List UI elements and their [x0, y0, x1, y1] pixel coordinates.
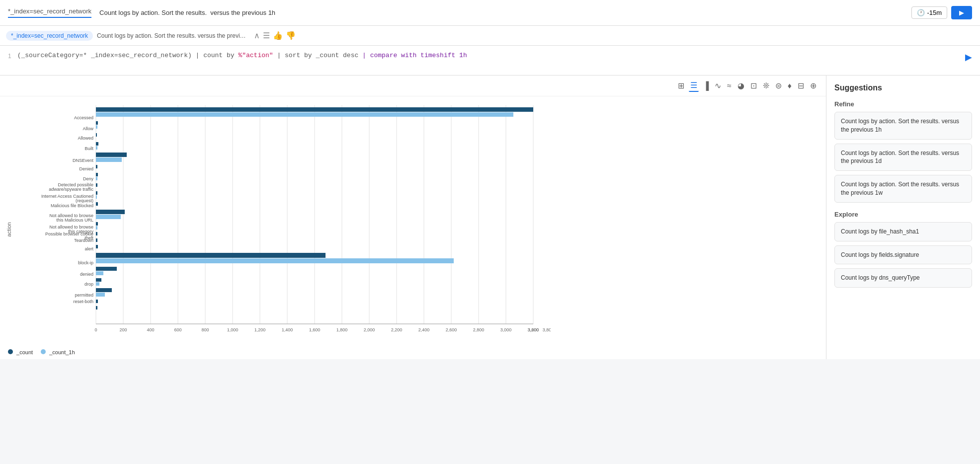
pivot-icon[interactable]: ⊟: [796, 80, 806, 91]
refine-section: Refine Count logs by action. Sort the re…: [834, 100, 972, 203]
tab-label: Count logs by action. Sort the results. …: [97, 32, 246, 39]
table-icon[interactable]: ☰: [263, 31, 270, 40]
tab-chip[interactable]: *_index=sec_record_network: [6, 31, 93, 41]
bar-notallowed1-count1h: [96, 226, 97, 230]
thumbup-icon[interactable]: 👍: [273, 31, 283, 40]
suggestions-panel: Suggestions Refine Count logs by action.…: [826, 76, 980, 359]
heatmap-icon[interactable]: ⊜: [774, 80, 783, 91]
top-bar-right: 🕐 -15m ▶: [911, 6, 972, 19]
bar-internet-count: [96, 202, 98, 206]
svg-text:3,600: 3,600: [528, 327, 539, 332]
bar-blockip-count1h: [96, 271, 103, 275]
bar-permitted-count: [96, 300, 98, 303]
svg-text:1,400: 1,400: [282, 327, 293, 332]
bar-allowed-count: [96, 142, 98, 146]
svg-text:Denied: Denied: [79, 166, 93, 171]
suggestion-card-explore-1[interactable]: Count logs by file_hash_sha1: [834, 222, 972, 241]
query-pipe2: | sort by _count desc: [277, 52, 358, 59]
time-button[interactable]: 🕐 -15m: [911, 6, 947, 19]
svg-text:reset-both: reset-both: [73, 299, 93, 304]
pie-icon[interactable]: ◕: [736, 80, 746, 91]
tab-item[interactable]: *_index=sec_record_network: [8, 7, 91, 18]
suggestion-card-refine-2[interactable]: Count logs by action. Sort the results. …: [834, 144, 972, 171]
svg-text:1,000: 1,000: [227, 327, 239, 332]
legend-count-label: _count: [16, 349, 33, 355]
svg-text:adware/spyware traffic: adware/spyware traffic: [49, 187, 93, 192]
bar-detected-count: [96, 191, 97, 195]
explore-section: Explore Count logs by file_hash_sha1 Cou…: [834, 211, 972, 288]
scatter-icon[interactable]: ⊡: [749, 80, 758, 91]
bar-notallowed1-count: [96, 222, 98, 226]
svg-text:600: 600: [174, 327, 181, 332]
svg-text:1,800: 1,800: [336, 327, 348, 332]
bar-resetboth-count: [96, 306, 97, 309]
bar-accessed-count: [96, 121, 98, 125]
expand-icon[interactable]: ∧: [254, 31, 260, 40]
bar-built-count: [96, 153, 127, 157]
explore-section-title: Explore: [834, 211, 972, 218]
svg-text:Allow: Allow: [82, 126, 93, 131]
bar-deny-count: [96, 183, 97, 187]
map-icon[interactable]: ♦: [786, 80, 793, 91]
bar-malicious-count: [96, 210, 125, 214]
bubble-icon[interactable]: ❊: [761, 80, 771, 91]
query-code[interactable]: (_sourceCategory=* _index=sec_record_net…: [17, 52, 959, 59]
query-input[interactable]: [99, 9, 903, 16]
time-label: -15m: [927, 9, 942, 16]
bar-malicious-count1h: [96, 215, 121, 219]
bar-allow-count: [96, 133, 97, 137]
table-tool-icon[interactable]: ⊞: [676, 80, 686, 91]
bar-row-0-count1h: [96, 112, 513, 117]
svg-text:denied: denied: [80, 272, 93, 277]
suggestion-card-explore-2[interactable]: Count logs by fields.signature: [834, 245, 972, 265]
bar-chart-icon[interactable]: ☰: [689, 79, 699, 92]
svg-text:Teardown: Teardown: [74, 238, 93, 243]
bar-cookie-count: [96, 238, 97, 242]
svg-text:drop: drop: [84, 282, 93, 287]
svg-text:3,000: 3,000: [500, 327, 512, 332]
svg-text:2,200: 2,200: [391, 327, 403, 332]
suggestions-title: Suggestions: [834, 83, 972, 92]
suggestion-card-refine-1[interactable]: Count logs by action. Sort the results. …: [834, 112, 972, 140]
chart-wrapper: action: [0, 96, 826, 345]
tab-icons: ∧ ☰ 👍 👎: [254, 31, 296, 40]
run-button[interactable]: ▶: [951, 6, 972, 19]
svg-text:800: 800: [201, 327, 209, 332]
legend-count1h-dot: [41, 349, 46, 354]
svg-text:0: 0: [94, 327, 97, 332]
chart-toolbar: ⊞ ☰ ▐ ∿ ≈ ◕ ⊡ ❊ ⊜ ♦ ⊟ ⊕: [0, 76, 826, 96]
bar-drop-count: [96, 288, 112, 292]
thumbdown-icon[interactable]: 👎: [286, 31, 296, 40]
svg-text:alert: alert: [84, 246, 93, 251]
bar-drop-count1h: [96, 293, 105, 297]
svg-text:permitted: permitted: [75, 293, 93, 298]
query-pipe3: | compare with timeshift 1h: [362, 52, 467, 59]
y-axis-label: action: [6, 222, 12, 236]
more-icon[interactable]: ⊕: [809, 80, 818, 91]
svg-text:1,200: 1,200: [254, 327, 266, 332]
area-icon[interactable]: ≈: [726, 80, 733, 91]
inline-run-icon[interactable]: ▶: [965, 52, 972, 63]
bar-denied2-count: [96, 278, 101, 282]
suggestion-card-refine-3[interactable]: Count logs by action. Sort the results. …: [834, 175, 972, 203]
bar-dnsevent-count: [96, 165, 97, 168]
bar-detected-count1h: [96, 195, 97, 199]
bar-icon[interactable]: ▐: [702, 80, 710, 91]
svg-text:block-ip: block-ip: [78, 260, 93, 265]
query-pipe1: | count by: [196, 52, 239, 59]
bar-denied-count1h: [96, 177, 97, 180]
suggestion-card-explore-3[interactable]: Count logs by dns_queryType: [834, 268, 972, 288]
line-number: 1: [8, 52, 11, 60]
svg-text:3,800: 3,800: [543, 327, 551, 332]
svg-text:Allowed: Allowed: [78, 136, 93, 141]
line-icon[interactable]: ∿: [713, 80, 723, 91]
svg-text:1,600: 1,600: [309, 327, 321, 332]
bar-allowed-count1h: [96, 146, 97, 150]
refine-section-title: Refine: [834, 100, 972, 108]
top-bar: *_index=sec_record_network 🕐 -15m ▶: [0, 0, 980, 26]
svg-text:2,400: 2,400: [418, 327, 430, 332]
bar-alert-count: [96, 253, 326, 258]
bar-chart-svg: action: [4, 100, 551, 344]
bar-built-count1h: [96, 157, 122, 162]
bar-teardown-count: [96, 245, 98, 248]
